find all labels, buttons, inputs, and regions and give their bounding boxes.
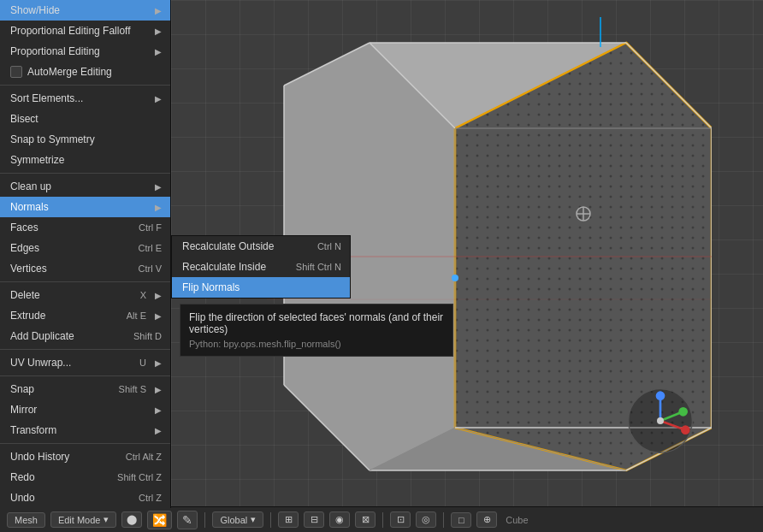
- menu-item-vertices[interactable]: Vertices Ctrl V: [0, 258, 170, 279]
- arrow-icon: ▶: [155, 94, 162, 103]
- submenu-flip-normals[interactable]: Flip Normals: [172, 277, 350, 298]
- menu-item-prop-editing[interactable]: Proportional Editing ▶: [0, 41, 170, 62]
- arrow-icon: ▶: [155, 405, 162, 415]
- separator: [443, 512, 444, 528]
- menu-item-add-duplicate[interactable]: Add Duplicate Shift D: [0, 326, 170, 346]
- icon-btn-2[interactable]: ✎: [177, 511, 198, 529]
- statusbar: Mesh Edit Mode ▾ ⬤ 🔀 ✎ Global ▾ ⊞ ⊟ ◉ ⊠ …: [0, 506, 763, 532]
- viewport-icon-2[interactable]: ⊟: [304, 511, 324, 528]
- menu-item-undo-history[interactable]: Undo History Ctrl Alt Z: [0, 446, 170, 467]
- separator: [0, 173, 170, 174]
- menu-item-edges[interactable]: Edges Ctrl E: [0, 238, 170, 258]
- tooltip-title: Flip the direction of selected faces' no…: [189, 311, 444, 335]
- menu-item-automerge[interactable]: AutoMerge Editing: [0, 62, 170, 82]
- menu-item-normals[interactable]: Normals ▶: [0, 197, 170, 217]
- arrow-icon: ▶: [155, 203, 162, 212]
- arrow-icon: ▶: [155, 27, 162, 36]
- menu-item-extrude[interactable]: Extrude Alt E ▶: [0, 305, 170, 326]
- svg-point-35: [681, 425, 690, 434]
- viewport-icon-4[interactable]: ⊠: [355, 511, 376, 528]
- svg-point-36: [657, 417, 664, 424]
- menu-item-delete[interactable]: Delete X ▶: [0, 285, 170, 305]
- menu-item-redo[interactable]: Redo Shift Ctrl Z: [0, 467, 170, 488]
- svg-point-31: [656, 391, 665, 400]
- sphere-icon-button[interactable]: ⬤: [121, 511, 142, 528]
- separator: [0, 349, 170, 350]
- global-button[interactable]: Global ▾: [212, 511, 263, 528]
- mesh-menu-button[interactable]: Mesh: [7, 512, 45, 528]
- axis-widget: [626, 387, 695, 455]
- menu-item-cleanup[interactable]: Clean up ▶: [0, 176, 170, 197]
- arrow-icon: ▶: [155, 182, 162, 192]
- render-icon-2[interactable]: ⊕: [476, 511, 497, 528]
- menu-item-symmetrize[interactable]: Symmetrize: [0, 150, 170, 170]
- viewport-icon-1[interactable]: ⊞: [278, 511, 299, 528]
- proportional-button[interactable]: ◎: [416, 511, 436, 528]
- arrow-icon: ▶: [155, 358, 162, 368]
- submenu-recalc-inside[interactable]: Recalculate Inside Shift Ctrl N: [172, 257, 350, 277]
- menu-item-prop-falloff[interactable]: Proportional Editing Falloff ▶: [0, 21, 170, 41]
- menu-item-sort[interactable]: Sort Elements... ▶: [0, 88, 170, 109]
- tooltip: Flip the direction of selected faces' no…: [180, 304, 453, 357]
- separator: [0, 443, 170, 444]
- menu-item-bisect[interactable]: Bisect: [0, 109, 170, 129]
- object-name-label: Cube: [506, 515, 528, 525]
- arrow-icon: ▶: [155, 6, 162, 15]
- separator: [270, 512, 271, 528]
- menu-item-transform[interactable]: Transform ▶: [0, 420, 170, 440]
- tooltip-python: Python: bpy.ops.mesh.flip_normals(): [189, 339, 444, 349]
- menu-item-faces[interactable]: Faces Ctrl F: [0, 217, 170, 238]
- svg-point-33: [678, 407, 688, 417]
- main-menu: Show/Hide ▶ Proportional Editing Falloff…: [0, 0, 171, 508]
- icon-btn-1[interactable]: 🔀: [147, 511, 172, 529]
- snap-button[interactable]: ⊡: [390, 511, 411, 528]
- arrow-icon: ▶: [155, 426, 162, 435]
- menu-item-mirror[interactable]: Mirror ▶: [0, 399, 170, 420]
- separator: [382, 512, 383, 528]
- arrow-icon: ▶: [155, 47, 162, 56]
- automerge-checkbox: [10, 66, 22, 78]
- arrow-icon: ▶: [155, 291, 162, 300]
- arrow-icon: ▶: [155, 311, 162, 321]
- menu-item-snap[interactable]: Snap Shift S ▶: [0, 379, 170, 399]
- edit-mode-button[interactable]: Edit Mode ▾: [50, 511, 117, 528]
- menu-item-uv-unwrap[interactable]: UV Unwrap... U ▶: [0, 352, 170, 373]
- submenu-recalc-outside[interactable]: Recalculate Outside Ctrl N: [172, 236, 350, 257]
- arrow-icon: ▶: [155, 385, 162, 394]
- separator: [0, 85, 170, 86]
- menu-item-snap-symmetry[interactable]: Snap to Symmetry: [0, 129, 170, 150]
- separator: [0, 375, 170, 376]
- svg-point-28: [452, 275, 458, 281]
- render-icon-1[interactable]: □: [451, 512, 471, 528]
- viewport-icon-3[interactable]: ◉: [329, 511, 350, 528]
- menu-item-undo[interactable]: Undo Ctrl Z: [0, 488, 170, 508]
- submenu-normals: Recalculate Outside Ctrl N Recalculate I…: [171, 235, 351, 299]
- menu-item-show-hide[interactable]: Show/Hide ▶: [0, 0, 170, 21]
- separator: [0, 281, 170, 282]
- separator: [204, 512, 205, 528]
